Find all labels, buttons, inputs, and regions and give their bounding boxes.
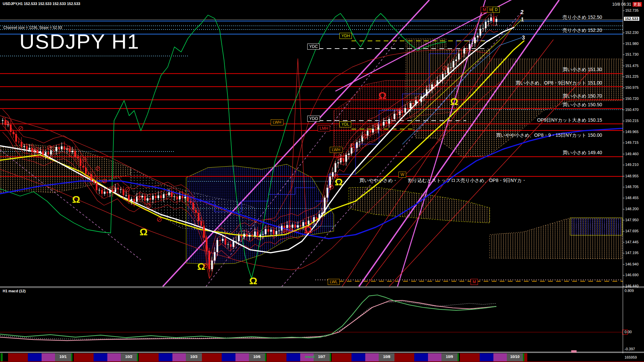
candle-body xyxy=(386,122,387,123)
price-tick-label: 152.735 xyxy=(625,8,639,12)
timeline-session[interactable] xyxy=(235,353,249,361)
trade-annotation[interactable]: 買いやや小さめ、OP8・9・15日NYカット 150.00 xyxy=(496,132,602,138)
timeline-session[interactable] xyxy=(94,353,107,361)
object-label-lmh[interactable]: LMH xyxy=(318,125,330,131)
object-label-lwl[interactable]: LWL xyxy=(328,279,340,285)
candle-body xyxy=(488,21,489,22)
object-label-ydc[interactable]: YDC xyxy=(307,44,320,50)
candle-body xyxy=(206,238,208,251)
object-label-w[interactable]: W xyxy=(398,172,406,178)
trade-annotation[interactable]: 買いやや小さめ・ xyxy=(359,178,397,184)
omega-marker-red: Ω xyxy=(378,90,386,101)
timeline-session[interactable] xyxy=(365,353,379,361)
candle-body xyxy=(262,234,264,235)
timeline-session[interactable] xyxy=(267,353,286,361)
candle-body xyxy=(415,100,417,104)
candle-body xyxy=(125,195,127,196)
price-tick-label: 148.955 xyxy=(625,174,639,178)
price-tick-label: 147.695 xyxy=(625,229,639,233)
candle-body xyxy=(80,159,82,166)
timeline-separator[interactable] xyxy=(137,353,138,361)
candle-body xyxy=(252,235,253,236)
trade-annotation[interactable]: 買い小さめ 150.50 xyxy=(562,102,602,108)
candle-body xyxy=(227,244,229,245)
timeline-session[interactable] xyxy=(480,353,493,361)
timeline-session[interactable] xyxy=(493,353,507,361)
trade-annotation[interactable]: 買い小さめ 150.70 xyxy=(562,93,602,99)
pink-marker xyxy=(571,350,577,353)
timeline-separator[interactable] xyxy=(71,353,72,361)
timeline-session[interactable] xyxy=(414,353,428,361)
timeline-session[interactable] xyxy=(524,353,527,361)
candle-body xyxy=(273,230,275,234)
timeline-separator[interactable] xyxy=(458,353,459,361)
chart-canvas[interactable]: ΩΩΩΩΩΩΩΩ xyxy=(0,0,644,362)
time-axis[interactable]: 10/110/210/310/610/710/810/910/10 xyxy=(0,353,644,361)
price-tick-label: 149.210 xyxy=(625,163,639,167)
refresh-badge[interactable]: 更新 xyxy=(633,2,642,7)
timeline-session[interactable] xyxy=(460,353,480,361)
object-label-ydo[interactable]: YDO xyxy=(307,116,320,122)
timeline-session[interactable] xyxy=(428,353,441,361)
timeline-separator[interactable] xyxy=(1,353,3,361)
object-label-m[interactable]: M xyxy=(471,279,478,285)
object-label-lwh[interactable]: LWH xyxy=(330,147,342,153)
trade-annotation[interactable]: OP9日NYカット大きめ 150.15 xyxy=(537,117,602,123)
price-tick-label: 151.730 xyxy=(625,52,639,56)
timeline-session[interactable] xyxy=(202,353,222,361)
candle-body xyxy=(182,196,183,198)
timeline-separator[interactable] xyxy=(330,353,331,361)
timeline-session[interactable] xyxy=(28,353,42,361)
timeline-session[interactable] xyxy=(139,353,159,361)
price-tick-label: 149.965 xyxy=(625,130,639,134)
candle-body xyxy=(235,241,237,242)
candle-body xyxy=(332,172,334,177)
object-label-d[interactable]: D xyxy=(493,7,500,13)
timeline-session[interactable] xyxy=(42,353,55,361)
candle-body xyxy=(72,151,73,152)
candle-body xyxy=(418,100,420,102)
candle-body xyxy=(327,188,328,197)
trade-annotation[interactable]: 買い小さめ 149.40 xyxy=(562,150,602,156)
candle-body xyxy=(117,188,119,189)
omega-marker-red: Ω xyxy=(304,224,312,235)
macd-word: macd xyxy=(305,355,315,359)
timeline-session[interactable] xyxy=(172,353,186,361)
timeline-session[interactable] xyxy=(394,353,414,361)
trade-annotation[interactable]: 買い小さめ、OP8・9日NYカット 151.00 xyxy=(516,80,602,86)
candle-body xyxy=(289,225,291,228)
timeline-separator[interactable] xyxy=(265,353,266,361)
macd-panel[interactable] xyxy=(0,295,628,341)
candle-body xyxy=(485,22,487,28)
trade-annotation[interactable]: 売り小さめ 152.50 xyxy=(562,14,602,20)
trade-annotation[interactable]: 売り小さめ 152.20 xyxy=(562,27,602,34)
object-label-ydl[interactable]: YDL xyxy=(339,121,351,127)
price-tick-label: 151.225 xyxy=(625,74,639,78)
channel-number-2: 2 xyxy=(521,9,524,15)
cloud-blue-bottomright xyxy=(570,218,622,235)
candle-body xyxy=(29,148,31,149)
trade-annotation[interactable]: 割り込むとストップロス売り小さめ、OP8・9日NYカ・ xyxy=(408,178,527,184)
object-label-lwh[interactable]: LWH xyxy=(271,119,283,125)
timeline-session[interactable] xyxy=(107,353,121,361)
candle-body xyxy=(144,196,146,201)
timeline-session[interactable] xyxy=(8,353,28,361)
timeline-session[interactable] xyxy=(332,353,352,361)
timeline-session[interactable] xyxy=(159,353,172,361)
candle-body xyxy=(163,194,165,198)
timeline-session[interactable] xyxy=(286,353,300,361)
price-tick-label: 146.440 xyxy=(625,284,639,288)
candle-body xyxy=(324,198,326,213)
candle-body xyxy=(321,213,323,214)
timeline-session[interactable] xyxy=(74,353,94,361)
price-tick-label: 150.720 xyxy=(625,97,639,101)
timeline-session[interactable] xyxy=(352,353,365,361)
candle-body xyxy=(26,146,28,149)
timeline-session[interactable] xyxy=(222,353,235,361)
trade-annotation[interactable]: 買い小さめ 151.30 xyxy=(562,67,602,73)
object-label-ydh[interactable]: YDH xyxy=(339,33,352,39)
candle-body xyxy=(453,61,454,67)
candle-body xyxy=(434,84,436,85)
signal-slash xyxy=(112,187,115,190)
candle-body xyxy=(85,168,87,174)
